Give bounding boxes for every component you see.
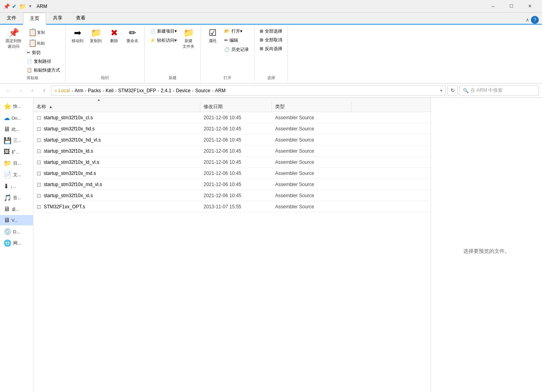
path-packs[interactable]: Packs [88,88,101,93]
sidebar-item-music[interactable]: 🎵 音... [0,192,33,203]
table-row[interactable]: ⊡ startup_stm32f10x_xl.s 2021-12-06 10:4… [33,190,431,201]
chevron-up-icon[interactable]: ∧ [526,17,529,23]
table-row[interactable]: ⊡ STM32F1xx_OPT.s 2013-11-07 15:55 Assem… [33,201,431,212]
column-header-name[interactable]: 名称 ▲ [33,102,200,112]
path-241[interactable]: 2.4.1 [161,88,171,93]
properties-button[interactable]: ☑ 属性 [204,27,221,45]
new-group-content: 📄 新建项目▾ ⚡ 轻松访问▾ 📁 新建 文件夹 [148,27,197,74]
move-icon: ➡ [74,29,81,37]
tab-gongxiang[interactable]: 共享 [46,12,69,24]
network-icon: 🌐 [4,239,12,247]
open-button[interactable]: 📂 打开▾ [222,27,251,35]
cut-button[interactable]: ✂ 剪切 [25,49,62,57]
minimize-button[interactable]: ─ [484,0,502,13]
sidebar-item-desktop[interactable]: 🖥 桌... [0,204,33,214]
paste-shortcut-icon: 📋 [27,68,32,73]
history-icon: 🕐 [224,47,230,52]
asm-file-icon: ⊡ [37,114,41,121]
tab-chakan[interactable]: 查看 [69,12,92,24]
column-header-date[interactable]: 修改日期 [200,102,272,112]
asm-file-icon: ⊡ [37,170,41,177]
ribbon-group-new: 📄 新建项目▾ ⚡ 轻松访问▾ 📁 新建 文件夹 新建 [145,26,201,82]
paste-button[interactable]: 📋 粘贴 [25,38,49,48]
path-source[interactable]: Source [195,88,210,93]
back-button[interactable]: ← [3,85,14,96]
new-item-icon: 📄 [150,29,155,34]
dvd-icon: 💿 [4,228,12,235]
easy-access-button[interactable]: ⚡ 轻松访问▾ [148,36,179,45]
tab-wenjian[interactable]: 文件 [0,12,23,24]
sidebar-item-quick[interactable]: ⭐ 快... [0,101,33,112]
sidebar-item-dir[interactable]: 📁 目... [0,158,33,169]
copy-icon: 📋 [28,29,37,36]
title-bar: 📌 ✔ 📁 ▼ ARM ─ ☐ ✕ [0,0,542,13]
table-row[interactable]: ⊡ startup_stm32f10x_hd.s 2021-12-06 10:4… [33,123,431,134]
recent-button[interactable]: ▾ [27,85,37,96]
table-row[interactable]: ⊡ startup_stm32f10x_cl.s 2021-12-06 10:4… [33,112,431,123]
folder2-icon: 📁 [4,159,12,167]
path-device[interactable]: Device [176,88,191,93]
close-button[interactable]: ✕ [521,0,539,13]
copy-path-button[interactable]: 📄 复制路径 [25,57,62,66]
sidebar-item-thispc[interactable]: 🖥 此... [0,124,33,134]
history-button[interactable]: 🕐 历史记录 [222,45,251,54]
rename-button[interactable]: ✏ 重命名 [124,27,141,45]
column-header-type[interactable]: 类型 [272,102,352,112]
paste-shortcut-button[interactable]: 📋 粘贴快捷方式 [25,66,62,74]
select-none-icon: ⊞ [260,37,263,43]
ribbon-tabs: 文件 主页 共享 查看 ∧ ? [0,13,542,25]
table-row[interactable]: ⊡ startup_stm32f10x_md_vl.s 2021-12-06 1… [33,179,431,190]
disk-icon: 💾 [4,137,12,144]
fixed-pin-button[interactable]: 📌 固定到快 速访问 [3,27,24,51]
table-row[interactable]: ⊡ startup_stm32f10x_md.s 2021-12-06 10:4… [33,168,431,179]
chevron-down-icon[interactable]: ▾ [440,88,442,93]
search-bar[interactable]: 🔍 在 ARM 中搜索 [459,85,539,96]
table-row[interactable]: ⊡ startup_stm32f10x_ld_vl.s 2021-12-06 1… [33,157,431,168]
dropdown-icon: ▼ [27,3,33,10]
asm-file-icon: ⊡ [37,181,41,188]
asm-file-icon: ⊡ [37,159,41,165]
delete-button[interactable]: ✖ 删除 [105,27,123,45]
scissors-icon: ✂ [27,50,30,55]
path-arm[interactable]: Arm [74,88,83,93]
move-to-button[interactable]: ➡ 移动到 [69,27,86,45]
maximize-button[interactable]: ☐ [502,0,521,13]
sidebar-item-network[interactable]: 🌐 网... [0,238,33,248]
forward-button[interactable]: → [15,85,25,96]
sidebar-item-v[interactable]: 🖥 V... [0,215,33,225]
sidebar-item-expand[interactable]: 🖼 扩... [0,147,33,157]
help-icon[interactable]: ? [531,16,539,24]
address-bar[interactable]: « Local › Arm › Packs › Keil › STM32F1xx… [51,85,446,96]
sidebar-item-d[interactable]: 💿 D... [0,226,33,237]
new-item-button[interactable]: 📄 新建项目▾ [148,27,179,35]
path-keil[interactable]: Keil [105,88,113,93]
win-icon: 🖥 [4,217,10,224]
refresh-button[interactable]: ↻ [447,85,458,96]
tab-zhuye[interactable]: 主页 [23,13,46,25]
path-arm-final[interactable]: ARM [215,88,226,93]
edit-icon: ✏ [224,38,228,43]
up-button[interactable]: ↑ [39,85,49,96]
star-icon: ⭐ [4,103,12,110]
path-local[interactable]: « Local [54,88,70,93]
sidebar-item-download[interactable]: ⬇ ↓... [0,181,33,192]
asm-file-icon: ⊡ [37,148,41,154]
asm-file-icon: ⊡ [37,126,41,132]
table-row[interactable]: ⊡ startup_stm32f10x_hd_vl.s 2021-12-06 1… [33,134,431,146]
copy-to-button[interactable]: 📁 复制到 [87,27,105,45]
edit-button[interactable]: ✏ 编辑 [222,36,251,45]
select-none-button[interactable]: ⊞ 全部取消 [258,36,284,44]
sidebar-item-doc[interactable]: 📄 文... [0,169,33,180]
invert-select-button[interactable]: ⊞ 反向选择 [258,45,284,53]
clipboard-group-content: 📌 固定到快 速访问 📋 复制 📋 粘贴 ✂ 剪切 📄 复制路 [3,27,62,74]
path-dfp[interactable]: STM32F1xx_DFP [118,88,156,93]
check-icon: ✔ [11,3,17,10]
table-row[interactable]: ⊡ startup_stm32f10x_ld.s 2021-12-06 10:4… [33,146,431,157]
select-all-button[interactable]: ⊞ 全部选择 [258,27,284,35]
sidebar-item-drive3[interactable]: 💾 三... [0,135,33,146]
invert-icon: ⊞ [260,46,263,51]
copy-button[interactable]: 📋 复制 [25,27,49,37]
desktop-icon: 🖥 [4,206,10,213]
sidebar-item-onedrive[interactable]: ☁ On... [0,113,33,123]
new-folder-button[interactable]: 📁 新建 文件夹 [180,27,197,51]
